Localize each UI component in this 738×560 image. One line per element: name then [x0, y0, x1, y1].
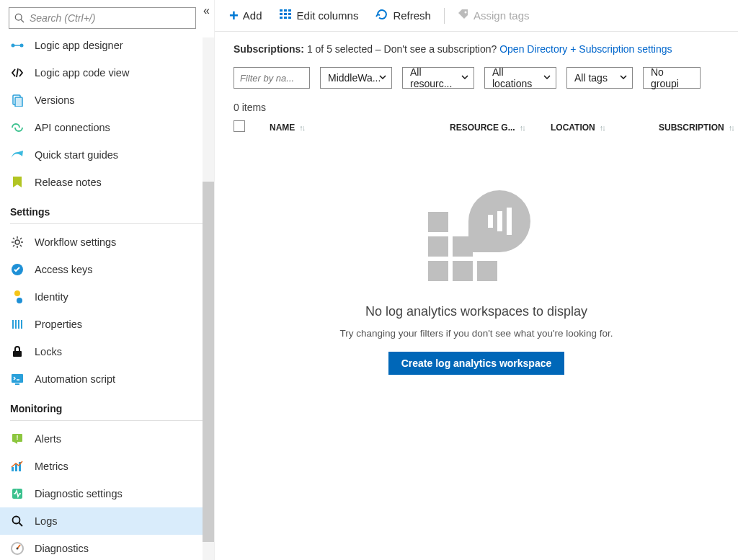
- sidebar: « Logic app designer Logic app code view…: [0, 0, 215, 560]
- sidebar-item-properties[interactable]: Properties: [0, 311, 214, 338]
- filter-tags-dropdown[interactable]: All tags: [566, 67, 633, 89]
- sort-icon: ↑↓: [520, 123, 525, 132]
- filter-resource-group-dropdown[interactable]: All resourc...: [402, 67, 474, 89]
- sidebar-item-label: Quick start guides: [35, 149, 118, 161]
- sidebar-item-diagnostics[interactable]: Diagnostics: [0, 535, 214, 560]
- columns-icon: [280, 9, 293, 22]
- open-directory-link[interactable]: Open Directory + Subscription settings: [499, 43, 672, 55]
- dropdown-value: MiddleWa...: [328, 72, 381, 84]
- table-header: NAME↑↓ RESOURCE G...↑↓ LOCATION↑↓ SUBSCR…: [215, 120, 738, 140]
- refresh-icon: [375, 8, 388, 23]
- sidebar-item-label: Workflow settings: [35, 236, 116, 248]
- svg-rect-28: [280, 13, 283, 15]
- api-connections-icon: [10, 120, 25, 135]
- divider: [10, 223, 204, 224]
- main-content: + Add Edit columns Refresh Assign tags S…: [215, 0, 738, 560]
- svg-rect-11: [15, 320, 17, 329]
- svg-point-36: [464, 12, 466, 14]
- toolbar-label: Edit columns: [297, 9, 359, 22]
- edit-columns-button[interactable]: Edit columns: [280, 9, 359, 22]
- tag-icon: [458, 9, 469, 22]
- sidebar-item-api-connections[interactable]: API connections: [0, 114, 214, 141]
- svg-rect-15: [12, 374, 23, 383]
- toolbar-separator: [444, 8, 445, 24]
- nav-scroll-thumb[interactable]: [203, 182, 214, 542]
- sort-icon: ↑↓: [729, 123, 734, 132]
- chevron-down-icon: [543, 73, 551, 81]
- sidebar-item-versions[interactable]: Versions: [0, 86, 214, 114]
- sidebar-item-label: Diagnostics: [35, 543, 89, 554]
- logs-icon: [10, 514, 25, 528]
- toolbar-label: Refresh: [393, 9, 431, 22]
- dropdown-value: All locations: [492, 66, 537, 89]
- svg-rect-34: [288, 13, 291, 15]
- sidebar-item-label: Alerts: [35, 433, 61, 445]
- filter-location-dropdown[interactable]: All locations: [484, 67, 556, 89]
- svg-point-9: [17, 298, 22, 303]
- sidebar-item-diagnostic-settings[interactable]: Diagnostic settings: [0, 480, 214, 507]
- sidebar-item-access-keys[interactable]: Access keys: [0, 256, 214, 283]
- nav-scrollbar[interactable]: [203, 37, 214, 560]
- items-count: 0 items: [215, 92, 738, 120]
- empty-state-title: No log analytics workspaces to display: [365, 304, 587, 319]
- sidebar-item-label: Access keys: [35, 264, 93, 275]
- svg-text:!: !: [17, 434, 19, 441]
- sidebar-item-label: Release notes: [35, 177, 102, 188]
- add-button[interactable]: + Add: [229, 9, 262, 22]
- toolbar: + Add Edit columns Refresh Assign tags: [215, 0, 738, 32]
- sidebar-item-identity[interactable]: Identity: [0, 283, 214, 311]
- svg-rect-30: [284, 9, 287, 12]
- sidebar-item-workflow-settings[interactable]: Workflow settings: [0, 228, 214, 256]
- svg-rect-29: [280, 17, 283, 19]
- sidebar-item-logic-app-designer[interactable]: Logic app designer: [0, 37, 214, 56]
- svg-rect-20: [15, 464, 17, 471]
- column-label: SUBSCRIPTION: [659, 123, 724, 133]
- refresh-button[interactable]: Refresh: [375, 8, 431, 23]
- identity-icon: [10, 290, 25, 304]
- chevron-down-icon: [378, 73, 387, 81]
- sidebar-item-label: Automation script: [35, 373, 115, 385]
- svg-point-8: [14, 290, 20, 296]
- sidebar-item-quick-start-guides[interactable]: Quick start guides: [0, 141, 214, 169]
- empty-state-illustration: [422, 190, 530, 284]
- col-location[interactable]: LOCATION↑↓: [551, 123, 659, 133]
- filter-subscription-dropdown[interactable]: MiddleWa...: [320, 67, 392, 89]
- filter-name-input[interactable]: [234, 67, 310, 89]
- section-header-settings: Settings: [0, 196, 214, 222]
- gear-icon: [10, 235, 25, 249]
- sidebar-item-label: Logs: [35, 515, 57, 527]
- col-resource-group[interactable]: RESOURCE G...↑↓: [450, 123, 551, 133]
- filter-grouping-dropdown[interactable]: No groupi: [643, 67, 701, 89]
- sidebar-item-metrics[interactable]: Metrics: [0, 453, 214, 480]
- col-subscription[interactable]: SUBSCRIPTION↑↓: [659, 123, 738, 133]
- search-wrap: [0, 0, 214, 37]
- sidebar-item-label: Logic app designer: [35, 40, 123, 51]
- automation-script-icon: [10, 372, 25, 386]
- sidebar-item-automation-script[interactable]: Automation script: [0, 365, 214, 393]
- svg-line-24: [19, 523, 23, 527]
- sidebar-item-label: Identity: [35, 291, 68, 303]
- svg-rect-32: [284, 17, 287, 19]
- select-all-checkbox[interactable]: [234, 120, 245, 132]
- sidebar-item-label: Versions: [35, 94, 75, 106]
- section-header-monitoring: Monitoring: [0, 393, 214, 419]
- filter-row: MiddleWa... All resourc... All locations…: [215, 61, 738, 92]
- col-name[interactable]: NAME↑↓: [270, 123, 450, 133]
- code-icon: [10, 66, 25, 80]
- sidebar-item-logic-app-code-view[interactable]: Logic app code view: [0, 59, 214, 86]
- access-keys-icon: [10, 262, 25, 277]
- sidebar-item-release-notes[interactable]: Release notes: [0, 169, 214, 196]
- dropdown-value: All tags: [574, 72, 608, 84]
- subscription-status: Subscriptions: 1 of 5 selected – Don't s…: [215, 32, 738, 61]
- release-notes-icon: [10, 175, 25, 190]
- versions-icon: [10, 93, 25, 107]
- sidebar-item-alerts[interactable]: ! Alerts: [0, 425, 214, 453]
- search-input[interactable]: [9, 7, 196, 29]
- create-workspace-button[interactable]: Create log analytics workspace: [388, 352, 565, 375]
- sidebar-item-locks[interactable]: Locks: [0, 338, 214, 365]
- empty-state-subtitle: Try changing your filters if you don't s…: [339, 328, 613, 339]
- svg-rect-16: [15, 383, 19, 385]
- sidebar-item-label: Metrics: [35, 461, 68, 472]
- sidebar-item-logs[interactable]: Logs: [0, 507, 214, 535]
- metrics-icon: [10, 459, 25, 474]
